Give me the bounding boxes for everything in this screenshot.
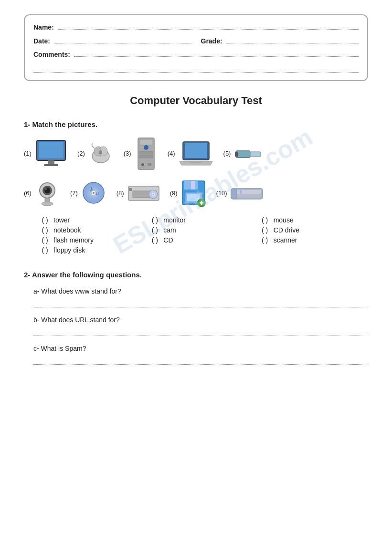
pic-item-2: (2) <box>77 143 114 164</box>
svg-point-28 <box>42 202 53 206</box>
svg-rect-11 <box>139 139 153 145</box>
pic-item-1: (1) <box>24 139 68 168</box>
laptop-icon <box>178 140 214 167</box>
word-col-2: ( ) monitor ( ) cam ( ) CD <box>148 216 258 256</box>
comments-line2 <box>33 63 359 73</box>
pic-item-4: (4) <box>168 140 214 167</box>
question-www: a- What does www stand for? <box>33 287 368 307</box>
pic-num-8: (8) <box>117 190 124 197</box>
webcam-icon <box>34 180 61 206</box>
section1-header: 1- Match the pictures. <box>24 120 368 128</box>
floppy-disk-icon <box>180 179 207 208</box>
pictures-row-2: (6) (7) <box>24 179 368 208</box>
cd-drive-icon <box>127 182 160 204</box>
section2-header: 2- Answer the following questions. <box>24 271 368 279</box>
pic-num-7: (7) <box>70 190 78 197</box>
cd-music-icon: ♪ ♫ <box>81 180 107 206</box>
name-label: Name: <box>33 21 54 34</box>
answer-www-line <box>33 297 368 307</box>
tower-icon <box>134 137 158 170</box>
question-url-label: b- What does URL stand for? <box>33 316 368 324</box>
word-list: ( ) tower ( ) notebook ( ) flash memory … <box>38 216 368 256</box>
word-item-mouse: ( ) mouse <box>258 216 368 224</box>
svg-rect-20 <box>236 151 250 158</box>
word-col-3: ( ) mouse ( ) CD drive ( ) scanner <box>258 216 368 256</box>
word-item-monitor: ( ) monitor <box>148 216 258 224</box>
svg-rect-22 <box>235 152 238 157</box>
pic-item-5: (5) <box>223 145 265 162</box>
section2: 2- Answer the following questions. a- Wh… <box>24 271 368 365</box>
date-label: Date: <box>33 35 50 48</box>
answer-url-line <box>33 326 368 336</box>
word-item-cd-drive: ( ) CD drive <box>258 226 368 234</box>
svg-rect-40 <box>129 188 132 191</box>
svg-point-26 <box>45 188 47 190</box>
question-www-label: a- What does www stand for? <box>33 287 368 295</box>
pic-num-4: (4) <box>168 150 175 157</box>
svg-rect-53 <box>231 189 237 199</box>
pic-item-7: (7) ♪ ♫ <box>70 180 107 206</box>
word-item-flash-memory: ( ) flash memory <box>38 236 148 244</box>
pic-num-9: (9) <box>170 190 178 197</box>
svg-rect-21 <box>250 152 261 157</box>
mouse-icon <box>88 143 114 164</box>
svg-rect-18 <box>185 143 207 158</box>
pic-item-10: (10) <box>216 184 264 203</box>
svg-rect-45 <box>187 194 200 201</box>
svg-rect-19 <box>190 161 202 163</box>
word-item-cd: ( ) CD <box>148 236 258 244</box>
question-spam: c- What is Spam? <box>33 345 368 365</box>
svg-rect-52 <box>240 190 242 194</box>
svg-rect-16 <box>148 163 151 166</box>
svg-rect-14 <box>139 155 153 158</box>
info-box: Name: Date: Grade: Comments: <box>24 14 368 81</box>
pic-num-6: (6) <box>24 190 32 197</box>
word-item-notebook: ( ) notebook <box>38 226 148 234</box>
word-item-floppy-disk: ( ) floppy disk <box>38 246 148 254</box>
pic-item-9: (9) <box>170 179 207 208</box>
svg-point-39 <box>152 194 154 195</box>
svg-rect-1 <box>39 142 64 158</box>
svg-text:♫: ♫ <box>95 190 99 197</box>
word-item-cam: ( ) cam <box>148 226 258 234</box>
word-item-scanner: ( ) scanner <box>258 236 368 244</box>
svg-point-12 <box>144 145 148 150</box>
svg-rect-13 <box>139 151 153 154</box>
question-spam-label: c- What is Spam? <box>33 345 368 352</box>
word-columns: ( ) tower ( ) notebook ( ) flash memory … <box>38 216 368 256</box>
monitor-icon <box>34 139 68 168</box>
svg-rect-43 <box>191 181 195 190</box>
pic-num-3: (3) <box>124 150 131 157</box>
svg-text:♪: ♪ <box>89 185 93 193</box>
answer-spam-line <box>33 354 368 365</box>
usb-flash-icon <box>233 145 265 162</box>
pictures-row-1: (1) (2) <box>24 137 368 170</box>
pic-item-6: (6) <box>24 180 61 206</box>
word-col-1: ( ) tower ( ) notebook ( ) flash memory … <box>38 216 148 256</box>
scanner-icon <box>230 184 264 203</box>
pic-item-3: (3) <box>124 137 158 170</box>
word-item-tower: ( ) tower <box>38 216 148 224</box>
pic-num-5: (5) <box>223 150 231 157</box>
pic-item-8: (8) <box>117 182 160 204</box>
comments-label: Comments: <box>33 48 70 61</box>
section1: 1- Match the pictures. (1) (2) <box>24 120 368 256</box>
pic-num-2: (2) <box>77 150 85 157</box>
svg-rect-3 <box>44 164 58 166</box>
pic-num-1: (1) <box>24 150 32 157</box>
svg-rect-9 <box>99 150 102 154</box>
svg-rect-48 <box>201 201 202 205</box>
grade-label: Grade: <box>201 35 222 48</box>
pic-num-10: (10) <box>216 190 227 197</box>
svg-point-15 <box>141 163 144 166</box>
svg-rect-2 <box>48 160 54 164</box>
page-title: Computer Vocabulary Test <box>24 95 368 107</box>
question-url: b- What does URL stand for? <box>33 316 368 336</box>
